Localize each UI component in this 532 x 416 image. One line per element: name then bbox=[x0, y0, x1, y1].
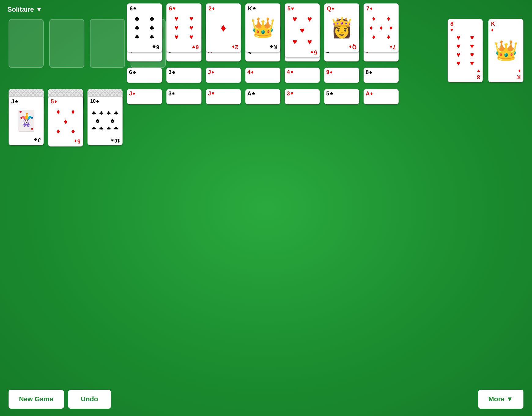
bottom-bar: New Game Undo More ▼ bbox=[9, 390, 523, 409]
drawn-card-8h[interactable]: 8 ♥ ♥♥ ♥♥ ♥♥ ♥♥ bbox=[448, 19, 483, 82]
card-jd[interactable]: J♦ bbox=[127, 89, 162, 104]
foundation-slot-2[interactable] bbox=[49, 19, 84, 68]
card-4d[interactable]: 4♦ bbox=[245, 68, 280, 83]
card-4h[interactable]: 4♥ bbox=[285, 68, 320, 83]
card-5c[interactable]: 5♣ bbox=[324, 89, 359, 104]
tableau-col-3: 10♥ 10♣ ♣♣♣♣ ♣♣ ♣♣♣♣ 10♣ bbox=[87, 89, 123, 145]
foundation-slot-1[interactable] bbox=[9, 19, 44, 68]
card-2d[interactable]: 2♦ ♦ 2♦ bbox=[206, 3, 241, 52]
undo-button[interactable]: Undo bbox=[68, 390, 111, 409]
card-ad[interactable]: A♦ bbox=[364, 89, 399, 104]
card-top-k: K ♦ bbox=[491, 21, 521, 32]
card-6c-2[interactable]: 6♣ ♣♣ ♣♣ ♣♣ 6♣ bbox=[127, 3, 162, 52]
game-area: 8 ♥ ♥♥ ♥♥ ♥♥ ♥♥ bbox=[0, 19, 532, 147]
card-7d[interactable]: 7♦ ♦♦ ♦♦♦ ♦♦ 7♦ bbox=[364, 3, 399, 52]
card-jd2[interactable]: J♦ bbox=[206, 68, 241, 83]
tableau-col-1: 2♥ J♣ 🃏 J♣ bbox=[9, 89, 44, 145]
card-ac[interactable]: A♣ bbox=[245, 89, 280, 104]
card-5d[interactable]: 5♦ ♦♦ ♦ ♦♦ 5♦ bbox=[48, 96, 83, 147]
tableau-area: 2♥ J♣ 🃏 J♣ 7♥ 5♦ bbox=[9, 89, 523, 147]
card-10c[interactable]: 10♣ ♣♣♣♣ ♣♣ ♣♣♣♣ 10♣ bbox=[87, 96, 123, 145]
col3-visible: 10♥ 10♣ ♣♣♣♣ ♣♣ ♣♣♣♣ 10♣ bbox=[87, 112, 123, 145]
card-8s[interactable]: 8♠ bbox=[364, 68, 399, 83]
card-top: 8 ♥ bbox=[450, 21, 480, 32]
card-kc[interactable]: K♣ 👑 K♣ bbox=[245, 3, 280, 52]
card-jc[interactable]: J♣ 🃏 J♣ bbox=[9, 96, 44, 145]
card-9d[interactable]: 9♦ bbox=[324, 68, 359, 83]
foundation-slot-3[interactable] bbox=[90, 19, 125, 68]
app-title[interactable]: Solitaire ▼ bbox=[7, 6, 42, 13]
tableau-col-2: 7♥ 5♦ ♦♦ ♦ ♦♦ 5♦ bbox=[48, 89, 83, 147]
col1-visible: 2♥ J♣ 🃏 J♣ bbox=[9, 112, 44, 145]
card-jh[interactable]: J♥ bbox=[206, 89, 241, 104]
title-dropdown-arrow: ▼ bbox=[36, 6, 42, 13]
drawn-cards-area: 8 ♥ ♥♥ ♥♥ ♥♥ ♥♥ bbox=[448, 19, 523, 82]
left-buttons: New Game Undo bbox=[9, 390, 111, 409]
new-game-button[interactable]: New Game bbox=[9, 390, 64, 409]
card-3s[interactable]: 3♠ bbox=[166, 89, 201, 104]
card-3c[interactable]: 3♣ bbox=[166, 68, 201, 83]
title-text: Solitaire bbox=[7, 6, 34, 13]
col2-visible: 7♥ 5♦ ♦♦ ♦ ♦♦ 5♦ bbox=[48, 112, 83, 147]
drawn-card-kd[interactable]: K ♦ 👑 K ♦ bbox=[488, 19, 523, 82]
card-5h[interactable]: 5♥ ♥♥ ♥ ♥♥ 5♥ bbox=[285, 3, 320, 58]
card-6c[interactable]: 6♣ bbox=[127, 68, 162, 83]
more-button[interactable]: More ▼ bbox=[478, 390, 523, 409]
card-3h[interactable]: 3♥ bbox=[285, 89, 320, 104]
card-qd[interactable]: Q♦ 👸 Q♦ bbox=[324, 3, 359, 52]
card-6h[interactable]: 6♥ ♥♥ ♥♥ ♥♥ 6♥ bbox=[166, 3, 201, 52]
